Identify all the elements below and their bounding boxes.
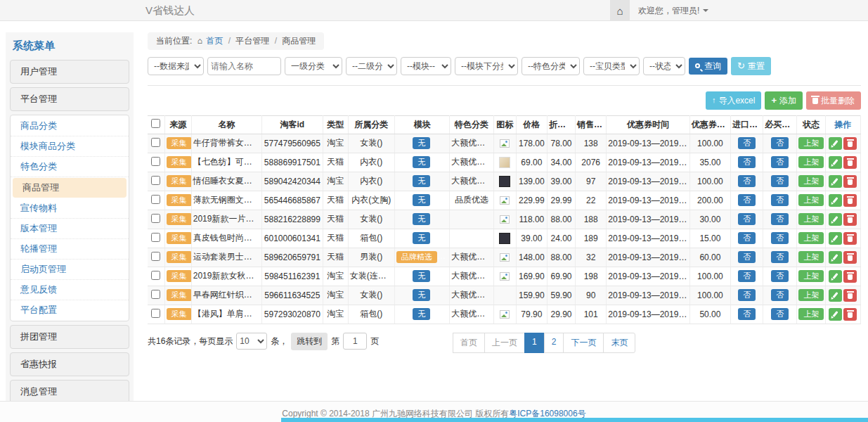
add-button[interactable]: + 添加 (765, 91, 803, 110)
import-select-toggle[interactable]: 否 (738, 137, 756, 150)
row-checkbox[interactable] (151, 138, 160, 147)
breadcrumb-home-link[interactable]: 首页 (206, 36, 223, 46)
import-select-toggle[interactable]: 否 (738, 289, 756, 302)
delete-button[interactable] (843, 137, 857, 150)
must-buy-toggle[interactable]: 否 (771, 175, 789, 188)
level1-category-select[interactable]: 一级分类 (285, 57, 342, 75)
import-select-toggle[interactable]: 否 (738, 270, 756, 283)
item-type-select[interactable]: --宝贝类型-- (583, 57, 640, 75)
must-buy-toggle[interactable]: 否 (771, 156, 789, 169)
module-subcategory-select[interactable]: --模块下分类-- (455, 57, 518, 75)
sidebar-group[interactable]: 省惠快报 (10, 352, 129, 376)
edit-button[interactable] (829, 175, 842, 188)
delete-button[interactable] (843, 270, 857, 283)
import-select-toggle[interactable]: 否 (738, 156, 756, 169)
pagination-button[interactable]: 2 (544, 333, 564, 353)
import-select-toggle[interactable]: 否 (738, 251, 756, 264)
feature-category-select[interactable]: --特色分类-- (522, 57, 580, 75)
row-checkbox[interactable] (151, 309, 160, 318)
must-buy-toggle[interactable]: 否 (771, 232, 789, 245)
row-checkbox[interactable] (151, 195, 160, 204)
import-select-toggle[interactable]: 否 (738, 308, 756, 321)
row-checkbox[interactable] (151, 233, 160, 242)
edit-button[interactable] (829, 213, 842, 226)
row-checkbox[interactable] (151, 290, 160, 299)
page-number-input[interactable] (343, 333, 367, 350)
sidebar-item[interactable]: 平台配置 (11, 300, 129, 320)
delete-button[interactable] (843, 175, 857, 188)
edit-icon (833, 235, 838, 241)
module-select[interactable]: --模块-- (401, 57, 451, 75)
edit-button[interactable] (829, 194, 842, 207)
sidebar-item[interactable]: 商品分类 (11, 116, 129, 136)
edit-button[interactable] (829, 156, 842, 169)
sidebar-item[interactable]: 启动页管理 (11, 260, 129, 280)
edit-button[interactable] (829, 232, 842, 245)
product-name-cell: 2019新款一片式系... (191, 210, 261, 229)
row-checkbox[interactable] (151, 157, 160, 166)
sidebar-item[interactable]: 意见反馈 (11, 280, 129, 300)
sidebar-item[interactable]: 商品管理 (13, 178, 127, 198)
delete-button[interactable] (843, 251, 857, 264)
pagination-button[interactable]: 首页 (453, 333, 485, 353)
must-buy-toggle[interactable]: 否 (771, 289, 789, 302)
must-buy-toggle[interactable]: 否 (771, 251, 789, 264)
operations-cell (825, 191, 860, 210)
import-excel-button[interactable]: ↑ 导入excel (706, 91, 762, 110)
import-select-toggle[interactable]: 否 (738, 194, 756, 207)
icp-link[interactable]: 粤ICP备16098006号 (509, 409, 585, 418)
jump-button[interactable]: 跳转到 (291, 333, 328, 350)
import-select-toggle[interactable]: 否 (738, 175, 756, 188)
datasource-select[interactable]: --数据来源-- (148, 57, 204, 75)
delete-button[interactable] (843, 308, 857, 321)
must-buy-toggle[interactable]: 否 (771, 270, 789, 283)
must-buy-toggle[interactable]: 否 (771, 194, 789, 207)
edit-button[interactable] (829, 137, 842, 150)
pagination-button[interactable]: 上一页 (484, 333, 525, 353)
delete-button[interactable] (843, 156, 857, 169)
import-select-toggle[interactable]: 否 (738, 232, 756, 245)
edit-button[interactable] (829, 289, 842, 302)
select-all-checkbox[interactable] (151, 119, 160, 128)
sidebar-group[interactable]: 平台管理 (10, 87, 129, 111)
row-checkbox[interactable] (151, 214, 160, 223)
sidebar-group[interactable]: 拼团管理 (10, 325, 129, 349)
column-header-module: 模块 (395, 115, 450, 134)
level2-category-select[interactable]: --二级分类-- (346, 57, 397, 75)
name-search-input[interactable] (207, 57, 281, 75)
sidebar-item[interactable]: 轮播管理 (11, 239, 129, 260)
sidebar-item[interactable]: 宣传物料 (11, 198, 129, 219)
price-cell: 159.90 (516, 286, 547, 305)
per-page-select[interactable]: 10 (236, 333, 267, 350)
pagination-button[interactable]: 末页 (603, 333, 635, 353)
row-checkbox[interactable] (151, 271, 160, 280)
must-buy-toggle[interactable]: 否 (771, 308, 789, 321)
sidebar-item[interactable]: 版本管理 (11, 219, 129, 239)
pagination-button[interactable]: 1 (524, 333, 545, 353)
must-buy-toggle[interactable]: 否 (771, 213, 789, 226)
delete-button[interactable] (843, 194, 857, 207)
home-button[interactable]: ⌂ (610, 0, 630, 21)
pagination-button[interactable]: 下一页 (563, 333, 604, 353)
status-select[interactable]: --状态-- (643, 57, 685, 75)
delete-button[interactable] (843, 289, 857, 302)
batch-delete-button[interactable]: 批量删除 (806, 91, 861, 110)
delete-button[interactable] (843, 232, 857, 245)
import-select-toggle[interactable]: 否 (738, 213, 756, 226)
taoke-id-cell: 598451162391 (262, 267, 323, 286)
edit-button[interactable] (829, 308, 842, 321)
edit-button[interactable] (829, 270, 842, 283)
must-buy-toggle[interactable]: 否 (771, 137, 789, 150)
sidebar-item[interactable]: 特色分类 (11, 157, 129, 177)
sidebar-group[interactable]: 用户管理 (10, 60, 129, 84)
user-menu[interactable]: 欢迎您，管理员! (630, 0, 717, 21)
row-checkbox[interactable] (151, 176, 160, 185)
reset-button[interactable]: ↻ 重置 (731, 57, 771, 75)
search-button[interactable]: 查询 (689, 58, 727, 75)
row-checkbox[interactable] (151, 252, 160, 261)
sidebar-group[interactable]: 消息管理 (10, 380, 129, 404)
sidebar-item[interactable]: 模块商品分类 (11, 136, 129, 157)
delete-button[interactable] (843, 213, 857, 226)
category-cell: 女装() (348, 286, 394, 305)
edit-button[interactable] (829, 251, 842, 264)
